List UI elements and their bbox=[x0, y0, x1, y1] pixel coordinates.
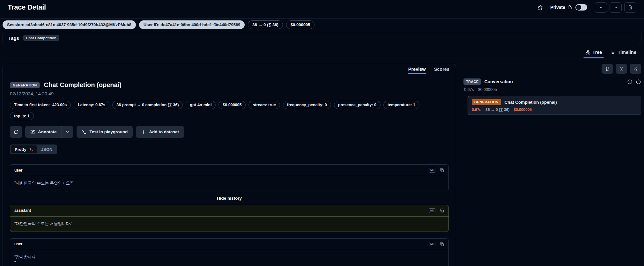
tab-preview[interactable]: Preview bbox=[408, 67, 426, 74]
markdown-toggle-icon[interactable]: M↓ bbox=[429, 208, 435, 213]
collapse-all-button[interactable] bbox=[616, 64, 627, 74]
public-toggle[interactable] bbox=[575, 4, 587, 11]
plus-icon bbox=[141, 129, 146, 135]
param-badge-top-p: top_p: 1 bbox=[10, 112, 34, 120]
user-id-badge[interactable]: User ID: dc47a41e-06bc-400d-bde1-f0e440d… bbox=[139, 20, 245, 29]
observation-actions: Annotate Test in playground Add to datas… bbox=[3, 120, 456, 138]
tags-bar: Tags Chat Competition bbox=[3, 32, 641, 44]
message-content: "대한민국의 수도는 서울입니다." bbox=[10, 217, 448, 232]
plus-circle-icon[interactable] bbox=[627, 79, 633, 85]
award-icon bbox=[605, 66, 610, 71]
hide-history-button[interactable]: Hide history bbox=[10, 196, 449, 201]
copy-icon[interactable] bbox=[440, 168, 444, 173]
param-badge-model: gpt-4o-mini bbox=[186, 101, 216, 109]
generation-latency: 0.67s bbox=[472, 107, 481, 112]
trace-node[interactable]: TRACE Conversation bbox=[463, 78, 641, 85]
tags-label: Tags bbox=[8, 35, 19, 41]
param-badge-ttft: Time to first token: -423.00s bbox=[10, 101, 71, 109]
observation-timestamp: 02/12/2024, 14:20:49 bbox=[10, 91, 449, 96]
message-header: user M↓ bbox=[10, 239, 448, 250]
panel-tabs: Preview Scores bbox=[3, 64, 456, 74]
tab-tree-label: Tree bbox=[593, 50, 602, 55]
generation-title: Chat Completion (openai) bbox=[505, 100, 557, 105]
toggle-knob bbox=[576, 5, 581, 10]
trace-title: Conversation bbox=[484, 79, 513, 84]
copy-icon[interactable] bbox=[440, 242, 444, 247]
observation-panel: Preview Scores GENERATION Chat Completio… bbox=[3, 64, 456, 266]
page-header: Trace Detail Private bbox=[0, 0, 644, 15]
message-tools: M↓ bbox=[429, 168, 444, 173]
message-list: user M↓ "대한민국의 수도는 무엇인가요?" Hide history … bbox=[10, 164, 449, 266]
trace-expand-controls bbox=[627, 79, 641, 85]
generation-tokens: 36 → 0 (∑ 36) bbox=[485, 107, 509, 112]
format-pretty-button[interactable]: Pretty bbox=[11, 145, 37, 153]
observation-header: GENERATION Chat Completion (openai) 02/1… bbox=[3, 74, 456, 96]
comment-bubble-icon bbox=[13, 129, 19, 135]
message-tools: M↓ bbox=[429, 242, 444, 247]
markdown-toggle-icon[interactable]: M↓ bbox=[429, 168, 435, 173]
annotate-dropdown-button[interactable] bbox=[62, 126, 73, 138]
previous-trace-button[interactable] bbox=[595, 2, 607, 13]
trash-icon bbox=[628, 5, 633, 10]
sparkles-icon bbox=[29, 147, 33, 152]
format-toggle: Pretty JSON bbox=[10, 144, 57, 154]
metrics-toggle-button[interactable] bbox=[630, 64, 641, 74]
tab-tree[interactable]: Tree bbox=[582, 46, 605, 58]
delete-trace-button[interactable] bbox=[624, 2, 636, 13]
minus-circle-icon[interactable] bbox=[636, 79, 641, 85]
annotate-split-button: Annotate bbox=[25, 126, 73, 138]
annotate-label: Annotate bbox=[38, 129, 57, 134]
observation-type-badge: GENERATION bbox=[10, 82, 40, 88]
playground-label: Test in playground bbox=[90, 129, 128, 134]
next-trace-button[interactable] bbox=[610, 2, 622, 13]
message-role: user bbox=[14, 242, 22, 246]
param-badge-tokens: 36 prompt → 0 completion (∑ 36) bbox=[112, 101, 183, 109]
markdown-toggle-icon[interactable]: M↓ bbox=[429, 242, 435, 247]
dataset-label: Add to dataset bbox=[149, 129, 179, 134]
message-tools: M↓ bbox=[429, 208, 444, 213]
copy-icon[interactable] bbox=[440, 208, 444, 213]
message-card-user-2: user M↓ "감사합니다 " bbox=[10, 238, 449, 266]
param-badge-latency: Latency: 0.67s bbox=[74, 101, 109, 109]
message-card-assistant: assistant M↓ "대한민국의 수도는 서울입니다." bbox=[10, 205, 449, 232]
generation-cost: $0.000005 bbox=[514, 107, 532, 112]
tag-chip[interactable]: Chat Competition bbox=[23, 35, 59, 41]
observation-title: Chat Completion (openai) bbox=[44, 81, 122, 89]
header-divider bbox=[0, 18, 644, 18]
terminal-icon bbox=[82, 129, 87, 135]
session-badge[interactable]: Session: cd3abcd6-c81c-4037-935d-19d9f27… bbox=[3, 20, 136, 29]
token-usage-badge: 36 → 0 (∑ 36) bbox=[248, 20, 283, 29]
total-cost-badge: $0.000005 bbox=[286, 20, 315, 29]
bookmark-star-icon[interactable] bbox=[537, 4, 543, 11]
tab-scores[interactable]: Scores bbox=[434, 67, 449, 74]
comment-button[interactable] bbox=[10, 126, 22, 138]
timeline-icon bbox=[610, 50, 615, 55]
message-role: user bbox=[14, 168, 22, 173]
trace-metrics: 0.67s $0.000005 bbox=[463, 87, 641, 92]
tab-timeline[interactable]: Timeline bbox=[607, 46, 640, 58]
page-title: Trace Detail bbox=[8, 3, 46, 11]
format-json-button[interactable]: JSON bbox=[37, 145, 56, 153]
trace-cost: $0.000005 bbox=[478, 87, 497, 92]
tab-timeline-label: Timeline bbox=[618, 50, 636, 55]
message-header: assistant M↓ bbox=[10, 205, 448, 217]
add-to-dataset-button[interactable]: Add to dataset bbox=[136, 126, 184, 138]
scores-toggle-button[interactable] bbox=[602, 64, 613, 74]
fold-vertical-icon bbox=[619, 66, 624, 71]
annotate-button[interactable]: Annotate bbox=[25, 126, 62, 138]
chevron-down-icon bbox=[613, 5, 618, 10]
tree-icon bbox=[585, 50, 590, 55]
observation-param-badges: Time to first token: -423.00s Latency: 0… bbox=[3, 96, 446, 120]
param-badge-cost: $0.000005 bbox=[218, 101, 246, 109]
generation-metrics: 0.67s 36 → 0 (∑ 36) $0.000005 bbox=[472, 107, 637, 112]
chevron-up-icon bbox=[599, 5, 603, 10]
param-badge-stream: stream: true bbox=[248, 101, 280, 109]
message-content: "감사합니다 " bbox=[10, 250, 448, 266]
trace-tree-panel: TRACE Conversation 0.67s $0.000005 GENER… bbox=[463, 64, 641, 115]
test-in-playground-button[interactable]: Test in playground bbox=[77, 126, 133, 138]
trace-type-badge: TRACE bbox=[463, 78, 481, 85]
header-actions: Private bbox=[537, 2, 636, 13]
message-header: user M↓ bbox=[10, 165, 448, 176]
trace-latency: 0.67s bbox=[464, 87, 474, 92]
generation-node-selected[interactable]: GENERATION Chat Completion (openai) 0.67… bbox=[468, 96, 641, 115]
